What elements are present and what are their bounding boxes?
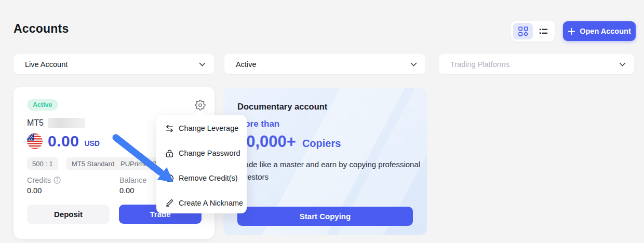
balance-value: 0.00 xyxy=(119,186,134,195)
leverage-tag: 500 : 1 xyxy=(27,157,58,170)
promo-title: Documentary account xyxy=(237,102,327,112)
account-amount: 0.00 xyxy=(48,132,79,150)
accounts-page: Accounts xyxy=(0,0,644,243)
copiers-label: Copiers xyxy=(302,138,341,150)
account-currency: USD xyxy=(84,139,100,147)
open-account-button[interactable]: Open Account xyxy=(563,21,636,41)
menu-item-remove-credits[interactable]: Remove Credit(s) xyxy=(165,171,238,185)
credits-value: 0.00 xyxy=(27,186,42,195)
menu-item-label: Change Leverage xyxy=(179,124,238,132)
grid-view-icon xyxy=(518,26,528,36)
menu-item-change-leverage[interactable]: Change Leverage xyxy=(165,122,238,135)
list-view-button[interactable] xyxy=(533,23,553,39)
lock-icon xyxy=(165,149,174,158)
open-account-label: Open Account xyxy=(580,27,631,35)
promo-description-line1: Trade like a master and earn by copying … xyxy=(237,160,420,169)
account-balance-row: 0.00 USD xyxy=(27,132,100,150)
pencil-icon xyxy=(165,199,174,208)
us-flag-icon xyxy=(27,133,43,149)
trading-platforms-dropdown[interactable]: Trading Platforms xyxy=(439,54,634,74)
page-title: Accounts xyxy=(14,22,69,36)
view-toggle xyxy=(511,21,555,42)
account-settings-menu: Change Leverage Change Password Remove C… xyxy=(156,115,247,213)
status-badge: Active xyxy=(27,99,58,111)
info-icon[interactable] xyxy=(53,177,61,184)
menu-item-change-password[interactable]: Change Password xyxy=(165,146,240,160)
credits-label: Credits xyxy=(27,176,51,184)
list-view-icon xyxy=(539,26,548,36)
status-value: Active xyxy=(236,60,410,69)
start-copying-button[interactable]: Start Copying xyxy=(237,207,413,226)
account-type-dropdown[interactable]: Live Account xyxy=(14,54,214,74)
swap-arrows-icon xyxy=(165,124,174,133)
account-platform-row: MT5 xyxy=(27,118,85,128)
deposit-button[interactable]: Deposit xyxy=(27,205,110,224)
chevron-down-icon xyxy=(199,62,206,66)
status-dropdown[interactable]: Active xyxy=(224,54,425,74)
chevron-down-icon xyxy=(619,62,626,66)
balance-label: Balance xyxy=(119,176,146,184)
trading-platforms-placeholder: Trading Platforms xyxy=(450,60,619,69)
remove-circle-icon xyxy=(165,174,174,183)
redacted-account-number xyxy=(48,118,85,128)
server-tag-prefix: PUPrime- xyxy=(120,160,150,168)
gear-icon[interactable] xyxy=(195,100,206,111)
account-type-tag: MT5 Standard xyxy=(66,157,119,170)
credits-label-row: Credits xyxy=(27,176,61,184)
grid-view-button[interactable] xyxy=(513,23,533,39)
plus-icon xyxy=(568,28,575,35)
platform-label: MT5 xyxy=(27,118,44,128)
copy-trading-promo-card: Documentary account More than 50,000+ Co… xyxy=(223,88,427,235)
promo-stat-row: 50,000+ Copiers xyxy=(237,132,341,151)
menu-item-label: Change Password xyxy=(179,149,240,157)
menu-item-label: Create A Nickname xyxy=(179,199,243,207)
menu-item-label: Remove Credit(s) xyxy=(179,174,238,182)
chevron-down-icon xyxy=(410,62,417,66)
account-type-value: Live Account xyxy=(25,60,199,69)
menu-item-create-nickname[interactable]: Create A Nickname xyxy=(165,196,243,210)
